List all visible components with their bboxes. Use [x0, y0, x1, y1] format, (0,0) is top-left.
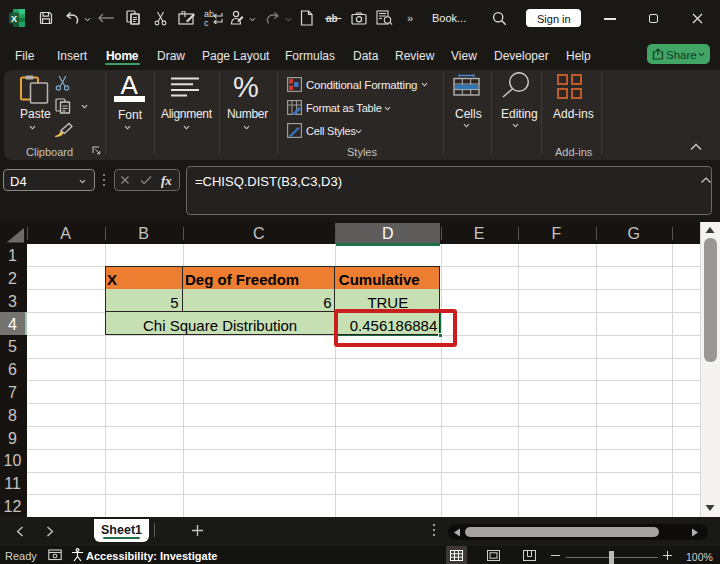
svg-text:c: c [204, 18, 209, 28]
svg-text:X: X [11, 14, 17, 24]
